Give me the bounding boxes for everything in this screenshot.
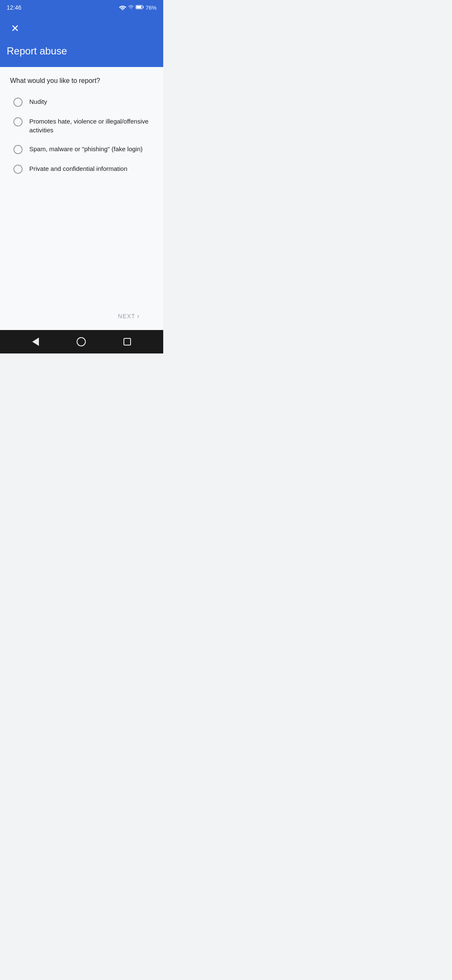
status-icons: 76%: [119, 4, 157, 11]
option-hate-label: Promotes hate, violence or illegal/offen…: [29, 117, 150, 134]
option-private[interactable]: Private and confidential information: [10, 160, 153, 178]
back-nav-button[interactable]: [32, 338, 39, 346]
back-icon: [32, 338, 39, 346]
radio-private[interactable]: [13, 165, 23, 174]
content-area: What would you like to report? Nudity Pr…: [0, 67, 163, 330]
battery-percentage: 76%: [146, 5, 157, 11]
close-button[interactable]: ✕: [7, 20, 23, 37]
radio-spam[interactable]: [13, 145, 23, 154]
recents-nav-button[interactable]: [123, 338, 131, 346]
options-list: Nudity Promotes hate, violence or illega…: [10, 93, 153, 178]
next-chevron-icon: ›: [137, 312, 140, 320]
close-icon: ✕: [11, 23, 19, 34]
option-private-label: Private and confidential information: [29, 164, 127, 173]
option-nudity[interactable]: Nudity: [10, 93, 153, 111]
status-time: 12:46: [7, 4, 21, 11]
content-spacer: [10, 178, 153, 302]
next-button[interactable]: NEXT ›: [115, 309, 143, 323]
action-bar: NEXT ›: [10, 302, 153, 330]
signal-icon: [128, 4, 134, 11]
question-text: What would you like to report?: [10, 77, 153, 85]
radio-nudity[interactable]: [13, 98, 23, 107]
home-nav-button[interactable]: [77, 337, 86, 346]
radio-hate[interactable]: [13, 117, 23, 126]
wifi-icon: [119, 4, 126, 11]
option-spam-label: Spam, malware or "phishing" (fake login): [29, 144, 143, 153]
home-icon: [77, 337, 86, 346]
next-label: NEXT: [118, 313, 136, 320]
header: ✕ Report abuse: [0, 15, 163, 67]
svg-rect-1: [136, 5, 141, 8]
option-hate[interactable]: Promotes hate, violence or illegal/offen…: [10, 113, 153, 139]
svg-rect-2: [143, 6, 144, 8]
system-nav-bar: [0, 330, 163, 353]
option-nudity-label: Nudity: [29, 97, 47, 106]
status-bar: 12:46 76%: [0, 0, 163, 15]
option-spam[interactable]: Spam, malware or "phishing" (fake login): [10, 140, 153, 158]
page-title: Report abuse: [7, 45, 157, 57]
battery-icon: [136, 4, 144, 11]
recents-icon: [123, 338, 131, 346]
